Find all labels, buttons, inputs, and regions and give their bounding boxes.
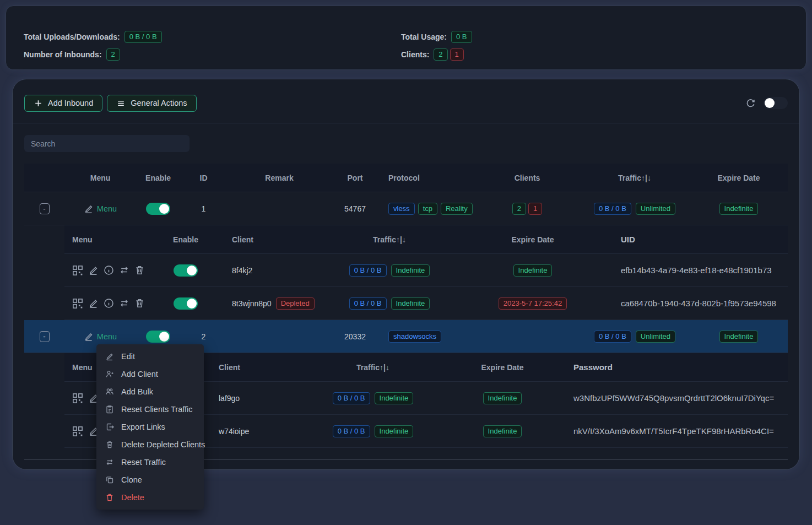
- client-enable-toggle[interactable]: [174, 264, 198, 277]
- stat-clients-label: Clients:: [401, 50, 429, 59]
- reset-traffic-icon: [105, 458, 114, 467]
- header-enable: Enable: [136, 164, 180, 192]
- header-expire-date: Expire Date: [439, 353, 566, 381]
- header-id: ID: [180, 164, 227, 192]
- header-uid: UID: [604, 225, 788, 253]
- expire-badge: Indefinite: [483, 425, 522, 437]
- header-expire-date: Expire Date: [690, 164, 788, 192]
- stat-clients-active: 2: [434, 48, 447, 61]
- stat-total-usage: Total Usage: 0 B: [401, 30, 472, 44]
- stat-inbounds-value: 2: [106, 48, 120, 61]
- client-enable-toggle[interactable]: [174, 297, 198, 310]
- stat-clients-depleted: 1: [450, 48, 464, 61]
- plus-icon: [34, 99, 43, 108]
- header-protocol: Protocol: [378, 164, 475, 192]
- menu-item-delete[interactable]: Delete: [96, 489, 204, 506]
- inbound-menu-label: Menu: [97, 204, 117, 213]
- client-table-1: Menu Enable Client Traffic↑|↓ Expire Dat…: [64, 225, 788, 320]
- delete-client-icon[interactable]: [134, 298, 145, 308]
- header-menu: Menu: [64, 164, 136, 192]
- header-expand: [24, 164, 64, 192]
- header-enable: Enable: [153, 225, 219, 253]
- reset-traffic-icon[interactable]: [119, 298, 129, 308]
- traffic-badge: 0 B / 0 B: [594, 203, 631, 215]
- inbound-menu-label: Menu: [97, 332, 117, 341]
- expire-badge: Indefinite: [513, 264, 553, 277]
- traffic-limit-badge: Indefinite: [375, 425, 414, 437]
- menu-item-clone[interactable]: Clone: [96, 471, 204, 489]
- edit-pencil-icon: [84, 204, 94, 214]
- add-inbound-button[interactable]: Add Inbound: [24, 95, 102, 112]
- stat-usage-value: 0 B: [451, 31, 472, 43]
- edit-pencil-icon[interactable]: [88, 298, 99, 308]
- stat-inbounds-label: Number of Inbounds:: [24, 50, 102, 59]
- menu-item-reset-traffic[interactable]: Reset Traffic: [96, 453, 204, 471]
- client-name: 8t3wjnn8p0: [232, 299, 272, 308]
- toolbar-divider: [13, 123, 799, 123]
- hamburger-icon: [116, 99, 126, 108]
- info-icon[interactable]: [104, 298, 114, 308]
- qr-code-icon[interactable]: [72, 393, 83, 404]
- dark-mode-toggle[interactable]: [764, 97, 788, 109]
- menu-item-edit[interactable]: Edit: [96, 348, 204, 365]
- header-traffic: Traffic↑|↓: [580, 164, 690, 192]
- add-inbound-label: Add Inbound: [48, 99, 93, 107]
- edit-pencil-icon[interactable]: [88, 265, 99, 275]
- inbound-menu-button[interactable]: Menu: [84, 332, 117, 342]
- header-client: Client: [219, 225, 318, 253]
- protocol-tag: Reality: [441, 203, 473, 215]
- menu-item-delete-depleted-clients[interactable]: Delete Depleted Clients: [96, 436, 204, 453]
- copy-icon: [105, 475, 114, 484]
- client-table-1-header: Menu Enable Client Traffic↑|↓ Expire Dat…: [64, 225, 788, 254]
- inbound-port: 20332: [332, 320, 378, 353]
- traffic-limit-badge: Unlimited: [636, 203, 675, 215]
- menu-item-add-client[interactable]: Add Client: [96, 365, 204, 383]
- inbound-port: 54767: [332, 192, 378, 225]
- traffic-badge: 0 B / 0 B: [594, 331, 631, 343]
- collapse-row-button[interactable]: -: [40, 203, 50, 214]
- protocol-tag: vless: [388, 203, 415, 215]
- header-clients: Clients: [475, 164, 580, 192]
- inbound-id: 1: [180, 192, 227, 225]
- traffic-badge: 0 B / 0 B: [349, 264, 387, 277]
- menu-item-reset-clients-traffic[interactable]: Reset Clients Traffic: [96, 400, 204, 418]
- traffic-badge: 0 B / 0 B: [333, 425, 370, 437]
- traffic-badge: 0 B / 0 B: [349, 297, 387, 310]
- menu-item-export-links[interactable]: Export Links: [96, 418, 204, 436]
- client-name: laf9go: [213, 382, 307, 414]
- collapse-row-button[interactable]: -: [40, 331, 50, 342]
- info-icon[interactable]: [104, 265, 114, 275]
- general-actions-button[interactable]: General Actions: [107, 95, 196, 112]
- edit-pencil-icon: [105, 352, 114, 361]
- search-input[interactable]: [24, 135, 190, 152]
- client-uid: efb14b43-4a79-4e83-ef18-e48cf1901b73: [604, 254, 788, 286]
- reset-traffic-icon[interactable]: [119, 265, 129, 275]
- inbound-remark: [227, 320, 332, 353]
- export-icon: [105, 423, 114, 431]
- protocol-tag: shadowsocks: [388, 331, 441, 343]
- delete-client-icon[interactable]: [134, 265, 145, 275]
- header-traffic: Traffic↑|↓: [318, 225, 461, 253]
- header-client: Client: [213, 353, 307, 381]
- traffic-limit-badge: Indefinite: [375, 392, 414, 404]
- traffic-limit-badge: Indefinite: [391, 297, 430, 310]
- qr-code-icon[interactable]: [72, 265, 83, 276]
- inbound-remark: [227, 192, 332, 225]
- client-name: w74ioipe: [213, 415, 307, 447]
- inbound-enable-toggle[interactable]: [146, 203, 170, 215]
- inbounds-table-header: Menu Enable ID Remark Port Protocol Clie…: [24, 164, 788, 192]
- client-uid: ca68470b-1940-437d-802b-1f9573e94598: [604, 287, 788, 320]
- refresh-icon[interactable]: [745, 98, 756, 109]
- depleted-badge: Depleted: [276, 297, 315, 310]
- header-traffic: Traffic↑|↓: [307, 353, 439, 381]
- qr-code-icon[interactable]: [72, 426, 83, 437]
- toolbar: Add Inbound General Actions: [24, 95, 788, 111]
- menu-item-add-bulk[interactable]: Add Bulk: [96, 383, 204, 400]
- clients-active-badge: 2: [512, 203, 526, 215]
- inbound-enable-toggle[interactable]: [146, 331, 170, 343]
- qr-code-icon[interactable]: [72, 298, 83, 309]
- inbound-menu-button[interactable]: Menu: [84, 204, 117, 214]
- general-actions-label: General Actions: [131, 99, 187, 107]
- trash-clients-icon: [105, 440, 114, 449]
- expire-badge: Indefinite: [719, 331, 759, 343]
